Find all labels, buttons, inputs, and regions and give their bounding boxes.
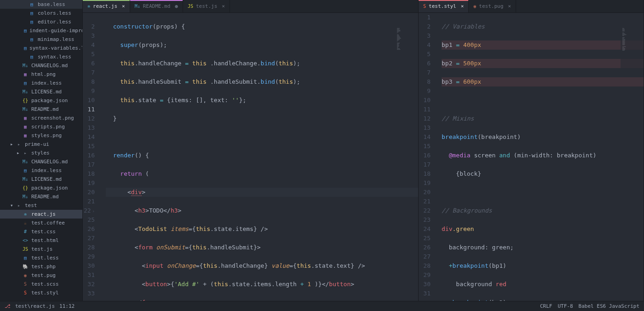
tree-item-label: CHANGELOG.md — [31, 159, 68, 165]
close-icon[interactable]: × — [508, 3, 511, 9]
line-number: 31 — [83, 271, 95, 280]
tree-item-scripts-png[interactable]: ▦scripts.png — [0, 122, 82, 131]
pug-icon: ◉ — [473, 4, 476, 9]
line-number: 27 — [83, 234, 95, 243]
tab-react-js[interactable]: ⚛ react.js × — [83, 0, 130, 12]
png-icon: ▦ — [22, 115, 29, 121]
close-icon[interactable]: × — [461, 3, 464, 9]
tree-item-test[interactable]: ▾▸test — [0, 201, 82, 210]
tree-item-label: LICENSE.md — [31, 176, 62, 182]
tree-item-screenshot-png[interactable]: ▦screenshot.png — [0, 114, 82, 122]
tree-item-LICENSE-md[interactable]: M↓LICENSE.md — [0, 87, 82, 96]
status-line-ending[interactable]: CRLF — [540, 303, 552, 309]
minimap-right[interactable]: ▬▬▬▬▬▬▬▬▬▬▬▬▬▬▬▬▬▬▬▬▬▬▬▬▬▬▬▬▬▬▬▬▬▬▬▬▬▬▬▬… — [621, 26, 644, 72]
status-cursor-position[interactable]: 11:12 — [59, 303, 75, 309]
tree-item-label: styles.png — [31, 132, 62, 138]
tree-item-test-html[interactable]: <>test.html — [0, 236, 82, 245]
close-icon[interactable]: × — [222, 3, 225, 9]
tree-item-label: indent-guide-improved.less — [29, 28, 83, 34]
tree-item-LICENSE-md[interactable]: M↓LICENSE.md — [0, 175, 82, 184]
tree-item-test-scss[interactable]: Stest.scss — [0, 280, 82, 288]
line-number: 20 — [83, 188, 95, 197]
tree-item-test-js[interactable]: JStest.js — [0, 245, 82, 253]
line-number: 3 — [419, 31, 431, 40]
tree-item-base-less[interactable]: ▤base.less — [0, 0, 82, 9]
status-encoding[interactable]: UTF-8 — [558, 303, 573, 309]
tree-item-react-js[interactable]: ⚛react.js — [0, 210, 82, 219]
tree-item-test-php[interactable]: 🐘test.php — [0, 262, 82, 271]
tree-item-test-css[interactable]: #test.css — [0, 227, 82, 236]
tree-item-label: styles — [31, 150, 50, 156]
tree-item-README-md[interactable]: M↓README.md — [0, 105, 82, 114]
tree-item-editor-less[interactable]: ▤editor.less — [0, 17, 82, 26]
tab-test-pug[interactable]: ◉ test.pug × — [469, 0, 516, 12]
tree-item-test-less[interactable]: ▤test.less — [0, 253, 82, 262]
tree-item-prime-ui[interactable]: ▸▸prime-ui — [0, 140, 82, 149]
editor-left[interactable]: 2345678910111213141516171819202122›25262… — [83, 13, 418, 301]
tree-item-syntax-variables-less[interactable]: ▤syntax-variables.less — [0, 44, 82, 52]
tree-item-label: package.json — [31, 98, 68, 104]
tree-item-label: test.html — [31, 237, 59, 243]
tree-item-styles[interactable]: ▸▸styles — [0, 149, 82, 157]
fold-icon[interactable]: › — [92, 209, 95, 213]
line-number: 12 — [83, 114, 95, 123]
tree-item-syntax-less[interactable]: ▤syntax.less — [0, 52, 82, 61]
editor-right[interactable]: 1234567891011121314151617181920212223242… — [419, 13, 644, 301]
line-number: 25 — [419, 234, 431, 243]
tab-bar-left: ⚛ react.js × M↓ README.md ● JS test.js × — [83, 0, 418, 13]
tree-item-styles-png[interactable]: ▦styles.png — [0, 131, 82, 140]
scss-icon: S — [22, 281, 29, 288]
tree-item-label: html.png — [31, 71, 56, 77]
line-number: 7 — [419, 68, 431, 77]
file-tree[interactable]: ▤base.less▤colors.less▤editor.less▤inden… — [0, 0, 83, 301]
png-icon: ▦ — [22, 124, 29, 130]
tree-item-README-md[interactable]: M↓README.md — [0, 192, 82, 201]
line-number: 14 — [419, 132, 431, 142]
status-bar: ⎇ test\react.js 11:12 CRLF UTF-8 Babel E… — [0, 301, 644, 311]
tree-item-test-coffee[interactable]: ☕test.coffee — [0, 219, 82, 227]
tab-test-styl[interactable]: S test.styl × — [419, 0, 469, 12]
status-grammar[interactable]: Babel ES6 JavaScript — [579, 303, 639, 309]
minimap-left[interactable]: ▬▬▬▬▬▬▬▬▬▬▬▬▬▬▬▬▬▬▬▬▬▬▬▬▬▬▬▬▬▬▬▬▬▬▬▬▬▬▬▬… — [395, 26, 418, 72]
tree-item-index-less[interactable]: ▤index.less — [0, 79, 82, 87]
code-right[interactable]: // Variables bp1 = 400px bp2 = 500px bp3… — [437, 13, 644, 301]
js-icon: JS — [188, 4, 193, 9]
line-number: 23 — [419, 215, 431, 225]
tree-item-package-json[interactable]: {}package.json — [0, 184, 82, 192]
line-number: 10 — [419, 96, 431, 105]
tree-item-CHANGELOG-md[interactable]: M↓CHANGELOG.md — [0, 157, 82, 166]
status-path[interactable]: test\react.js — [15, 303, 55, 309]
line-number: 6 — [419, 59, 431, 68]
tree-item-indent-guide-improved-less[interactable]: ▤indent-guide-improved.less — [0, 26, 82, 35]
line-number: 13 — [419, 123, 431, 132]
md-icon: M↓ — [22, 176, 29, 183]
tree-item-html-png[interactable]: ▦html.png — [0, 70, 82, 79]
tree-item-package-json[interactable]: {}package.json — [0, 96, 82, 105]
line-number: 19 — [419, 179, 431, 188]
line-number: 21 — [83, 197, 95, 206]
tree-item-label: test.styl — [31, 290, 59, 296]
tree-item-label: minimap.less — [38, 36, 74, 42]
tree-item-CHANGELOG-md[interactable]: M↓CHANGELOG.md — [0, 61, 82, 70]
md-icon: M↓ — [22, 194, 29, 200]
js-icon: JS — [22, 246, 29, 253]
tree-item-test-styl[interactable]: Stest.styl — [0, 288, 82, 297]
tree-item-index-less[interactable]: ▤index.less — [0, 166, 82, 175]
tree-item-colors-less[interactable]: ▤colors.less — [0, 9, 82, 17]
close-icon[interactable]: × — [122, 3, 125, 9]
tab-test-js[interactable]: JS test.js × — [183, 0, 230, 12]
tree-item-label: react.js — [31, 211, 56, 217]
line-number: 15 — [419, 142, 431, 151]
less-icon: ▤ — [29, 19, 35, 25]
tree-item-test-pug[interactable]: ◉test.pug — [0, 271, 82, 280]
line-number: 26 — [83, 225, 95, 234]
tree-item-minimap-less[interactable]: ▤minimap.less — [0, 35, 82, 44]
less-icon: ▤ — [29, 10, 35, 17]
line-number: 14 — [83, 132, 95, 142]
tree-item-label: test.js — [31, 246, 52, 252]
less-icon: ▤ — [29, 36, 35, 43]
git-icon[interactable]: ⎇ — [5, 303, 11, 309]
code-left[interactable]: constructor(props) { super(props); this.… — [101, 13, 418, 301]
tab-readme-md[interactable]: M↓ README.md ● — [130, 0, 183, 12]
less-icon: ▤ — [22, 167, 29, 174]
